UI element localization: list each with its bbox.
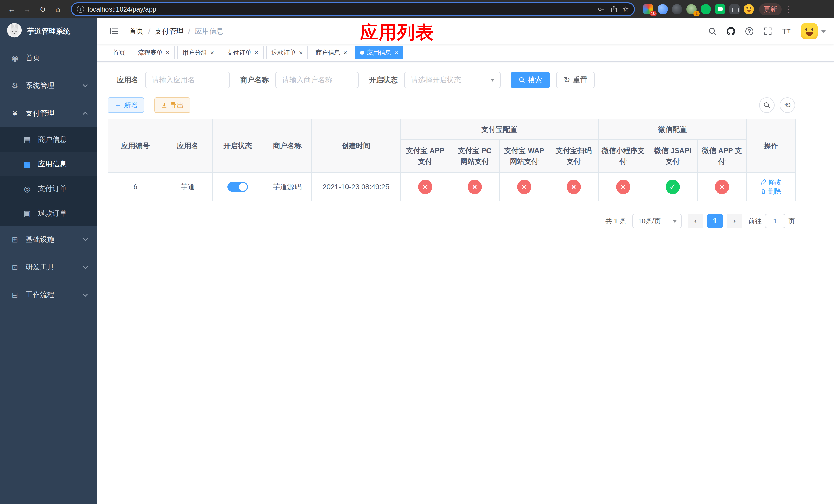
col-alipay-pc: 支付宝 PC 网站支付	[450, 140, 499, 173]
sidebar-item-pay-order[interactable]: ◎ 支付订单	[0, 176, 97, 201]
refresh-icon: ⟲	[784, 101, 790, 109]
browser-window: ← → ↻ ⌂ i localhost:1024/pay/app ☆ 10 1 …	[0, 0, 834, 504]
table-row: 6 芋道 芋道源码 2021-10-23 08:49:25 × × × × × …	[108, 173, 795, 201]
goto-page-input[interactable]	[765, 214, 785, 228]
site-info-icon[interactable]: i	[77, 6, 84, 13]
toggle-search-button[interactable]	[759, 97, 774, 113]
close-icon[interactable]: ×	[210, 49, 214, 56]
extension-badge: 1	[694, 11, 700, 17]
extension-icon-colorful[interactable]: 10	[643, 4, 654, 14]
col-wx-mini: 微信小程序支付	[598, 140, 648, 173]
extension-icon-green-circle[interactable]	[701, 4, 711, 14]
merchant-name-input[interactable]	[276, 72, 358, 88]
tab-pay-order[interactable]: 支付订单×	[222, 46, 263, 59]
gear-icon: ⚙	[10, 81, 20, 90]
sidebar-item-label: 商户信息	[38, 135, 67, 144]
reload-icon[interactable]: ↻	[36, 3, 49, 16]
search-form: 应用名 商户名称 开启状态 请选择开启状态	[108, 72, 795, 88]
github-icon[interactable]	[723, 24, 739, 39]
app-logo-row[interactable]: 芋道管理系统	[0, 19, 97, 44]
col-group-alipay: 支付宝配置	[400, 119, 598, 140]
sidebar-item-merchant-info[interactable]: ▤ 商户信息	[0, 127, 97, 152]
extension-icon-blue[interactable]	[658, 4, 668, 14]
url-bar[interactable]: i localhost:1024/pay/app ☆	[71, 2, 635, 16]
export-button[interactable]: 导出	[154, 97, 190, 113]
fullscreen-icon[interactable]	[760, 24, 775, 39]
extension-icon-avatar[interactable]: 1	[686, 4, 697, 14]
font-size-icon[interactable]: TT	[778, 24, 794, 39]
tab-process-form[interactable]: 流程表单×	[133, 46, 175, 59]
cell-created: 2021-10-23 08:49:25	[312, 173, 400, 201]
extension-icon-dark[interactable]	[672, 4, 682, 14]
tab-refund-order[interactable]: 退款订单×	[266, 46, 308, 59]
breadcrumb-separator: /	[148, 27, 150, 36]
refresh-table-button[interactable]: ⟲	[780, 97, 795, 113]
sidebar-item-system[interactable]: ⚙ 系统管理	[0, 72, 97, 99]
edit-button[interactable]: 修改	[761, 178, 782, 187]
url-text[interactable]: localhost:1024/pay/app	[88, 5, 594, 13]
sidebar-item-payment[interactable]: ¥ 支付管理	[0, 99, 97, 127]
caret-down-icon	[821, 30, 826, 33]
close-icon[interactable]: ×	[344, 49, 347, 56]
page-1-button[interactable]: 1	[707, 214, 723, 228]
close-icon[interactable]: ×	[166, 49, 170, 56]
browser-toolbar: ← → ↻ ⌂ i localhost:1024/pay/app ☆ 10 1 …	[0, 0, 834, 19]
breadcrumb-home[interactable]: 首页	[129, 26, 144, 36]
home-icon[interactable]: ⌂	[51, 3, 65, 16]
tab-home[interactable]: 首页	[108, 46, 130, 59]
pencil-icon	[761, 179, 767, 185]
forward-icon[interactable]: →	[21, 3, 34, 16]
status-label: 开启状态	[369, 75, 397, 85]
status-badge-alipay-app: ×	[418, 180, 432, 194]
app-name-input[interactable]	[145, 72, 230, 88]
add-button[interactable]: ＋ 新增	[108, 97, 144, 113]
sidebar-item-infrastructure[interactable]: ⊞ 基础设施	[0, 226, 97, 253]
breadcrumb-payment[interactable]: 支付管理	[155, 26, 184, 36]
extensions-area: 10 1	[643, 4, 754, 14]
close-icon[interactable]: ×	[255, 49, 258, 56]
status-badge-alipay-qr: ×	[567, 180, 581, 194]
extension-icon-emoji[interactable]	[744, 4, 754, 14]
sidebar: 芋道管理系统 ◉ 首页 ⚙ 系统管理 ¥ 支付管理 ▤ 商户信息 ▦ 应用信息	[0, 19, 97, 504]
plus-icon: ＋	[114, 101, 122, 109]
sidebar-item-app-info[interactable]: ▦ 应用信息	[0, 152, 97, 176]
status-toggle[interactable]	[227, 182, 248, 192]
browser-update-button[interactable]: 更新	[759, 3, 782, 15]
delete-button[interactable]: 删除	[761, 187, 782, 196]
browser-menu-icon[interactable]: ⋮	[784, 5, 794, 14]
pay-order-icon: ◎	[23, 184, 32, 193]
workflow-icon: ⊟	[10, 291, 20, 299]
search-button[interactable]: 搜索	[511, 72, 550, 88]
status-select[interactable]: 请选择开启状态	[404, 72, 501, 88]
search-icon[interactable]	[705, 24, 720, 39]
sidebar-item-devtools[interactable]: ⊡ 研发工具	[0, 253, 97, 281]
refund-order-icon: ▣	[23, 209, 32, 218]
sidebar-item-workflow[interactable]: ⊟ 工作流程	[0, 281, 97, 308]
close-icon[interactable]: ×	[394, 49, 398, 56]
bookmark-star-icon[interactable]: ☆	[622, 5, 629, 14]
back-icon[interactable]: ←	[5, 3, 19, 16]
key-icon[interactable]	[597, 5, 606, 13]
tab-merchant-info[interactable]: 商户信息×	[311, 46, 352, 59]
hamburger-icon[interactable]	[109, 26, 120, 37]
help-icon[interactable]: ?	[742, 24, 757, 39]
tags-view-bar: 首页 流程表单× 用户分组× 支付订单× 退款订单× 商户信息× 应用信息×	[97, 44, 834, 62]
sidebar-item-home[interactable]: ◉ 首页	[0, 44, 97, 72]
extension-icon-green-square[interactable]	[715, 4, 725, 14]
breadcrumb: 首页 / 支付管理 / 应用信息	[129, 26, 224, 36]
close-icon[interactable]: ×	[299, 49, 303, 56]
next-page-button[interactable]: ›	[727, 214, 742, 228]
share-icon[interactable]	[610, 5, 618, 13]
prev-page-button[interactable]: ‹	[688, 214, 703, 228]
sidebar-item-refund-order[interactable]: ▣ 退款订单	[0, 201, 97, 226]
col-merchant: 商户名称	[263, 119, 312, 173]
page-size-select[interactable]: 10条/页	[632, 214, 682, 228]
extension-icon-dark-square[interactable]	[729, 4, 740, 14]
chevron-down-icon	[83, 236, 88, 241]
tab-user-group[interactable]: 用户分组×	[177, 46, 219, 59]
reset-button[interactable]: ↻ 重置	[556, 72, 595, 88]
app-table: 应用编号 应用名 开启状态 商户名称 创建时间 支付宝配置 微信配置 操作 支付…	[108, 119, 795, 202]
user-menu[interactable]	[801, 23, 826, 40]
tab-app-info[interactable]: 应用信息×	[355, 46, 403, 59]
avatar	[801, 23, 818, 40]
